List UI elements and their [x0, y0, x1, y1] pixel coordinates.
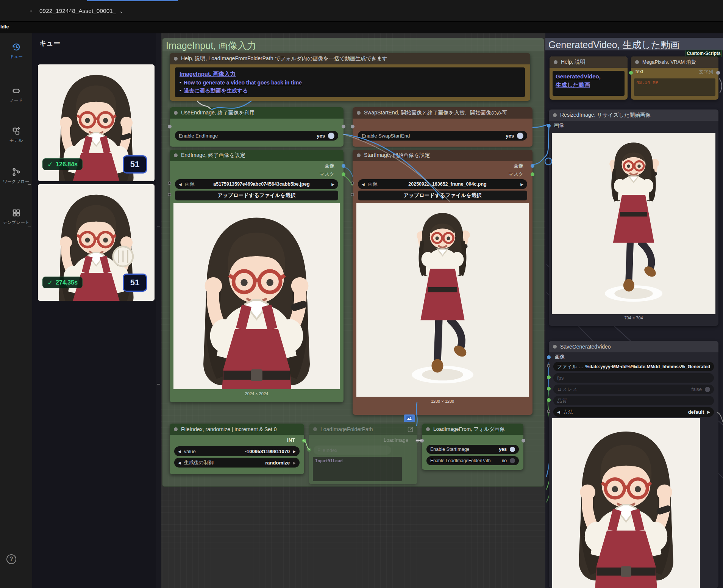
widget-input-port[interactable] — [351, 181, 354, 185]
lossless-input-port[interactable] — [547, 387, 551, 391]
arrow-left-icon[interactable]: ◀ — [362, 182, 365, 186]
folder-path-textarea[interactable]: Input91Load — [313, 457, 402, 481]
collapse-dot-icon[interactable] — [174, 153, 178, 157]
collapse-dot-icon[interactable] — [426, 427, 430, 431]
image-input-port[interactable] — [547, 124, 551, 128]
node-load-image-folder-path-header[interactable]: LoadImageFolderPath — [309, 424, 417, 435]
group-generated-video-titlebar[interactable]: GeneratedVideo, 生成した動画 — [545, 38, 723, 50]
arrow-left-icon[interactable]: ◀ — [179, 182, 182, 186]
help-link-video-back-jp[interactable]: 過去に遡る動画を生成する — [184, 88, 248, 94]
node-start-image-header[interactable]: StartImage, 開始画像を設定 — [353, 150, 532, 161]
expand-icon[interactable] — [408, 427, 413, 432]
text-input-port[interactable] — [629, 71, 633, 75]
toggle-enable-swapstartend[interactable]: Enable SwapStartEnd yes — [358, 131, 527, 141]
collapse-dot-icon[interactable] — [174, 57, 178, 61]
widget-input-port[interactable] — [351, 193, 354, 196]
panel-splitter[interactable] — [156, 33, 161, 588]
arrow-left-icon[interactable]: ◀ — [557, 410, 560, 414]
logo-menu-chevron-icon[interactable]: ⌄ — [29, 7, 33, 13]
output-port[interactable] — [342, 125, 345, 128]
node-load-image-folder-path[interactable]: LoadImageFolderPath LoadImage FileIndex … — [309, 424, 417, 484]
image-file-combo[interactable]: ◀ 画像 20250922_163652_frame_004c.png ▶ — [358, 179, 527, 189]
arrow-right-icon[interactable]: ▶ — [293, 461, 296, 465]
toggle-knob[interactable] — [705, 387, 710, 392]
node-help-imageinput[interactable]: Help, 説明, LoadImageFromFolderPath でフォルダ内… — [170, 53, 530, 101]
node-file-index-header[interactable]: FileIndex, randomize | increment & Set 0 — [170, 424, 304, 435]
arrow-right-icon[interactable]: ▶ — [520, 182, 523, 186]
fileindex-input-port[interactable] — [307, 448, 311, 452]
resize-handle[interactable] — [28, 227, 31, 227]
sidebar-item-queue[interactable]: キュー — [0, 42, 32, 59]
mask-output-port[interactable] — [342, 172, 345, 176]
node-megapixels[interactable]: MegaPixels, VRAM 消費 text 文字列 48.14 MP — [631, 56, 718, 100]
control-after-generate-combo[interactable]: ◀ 生成後の制御 randomize ▶ — [174, 458, 300, 468]
workflow-title-dropdown[interactable]: 0922_192448_Asset_00001_ ⌄ — [39, 0, 123, 22]
arrow-right-icon[interactable]: ▶ — [707, 410, 710, 414]
output-port[interactable] — [522, 439, 525, 443]
help-link-video-back[interactable]: How to generate a video that goes back i… — [184, 80, 302, 86]
sidebar-item-nodes[interactable]: ノード — [0, 86, 32, 103]
node-swap-start-end-header[interactable]: SwapStartEnd, 開始画像と終了画像を入替、開始画像のみ可 — [353, 107, 532, 119]
string-output-port[interactable] — [716, 71, 720, 75]
node-help-imageinput-header[interactable]: Help, 説明, LoadImageFromFolderPath でフォルダ内… — [170, 53, 530, 64]
node-start-image[interactable]: StartImage, 開始画像を設定 画像 マスク ◀ 画像 20250922… — [353, 150, 532, 415]
quality-widget[interactable]: 品質 — [553, 396, 714, 405]
arrow-right-icon[interactable]: ▶ — [293, 449, 296, 454]
mask-output-port[interactable] — [531, 172, 534, 176]
upload-file-button[interactable]: アップロードするファイルを選択 — [358, 191, 527, 200]
widget-input-port[interactable] — [168, 181, 171, 185]
node-resized-image[interactable]: ResizedImage: リサイズした開始画像 画像 704 × 704 — [549, 109, 718, 326]
widget-input-port[interactable] — [547, 410, 550, 413]
toggle-enable-loadimagefolderpath[interactable]: Enable LoadImageFolderPath no — [426, 456, 519, 465]
node-end-image[interactable]: EndImage, 終了画像を設定 画像 マスク ◀ 画像 a517591359… — [170, 150, 344, 402]
method-combo[interactable]: ◀ 方法 default ▶ — [553, 407, 714, 417]
image-badge-icon[interactable] — [404, 414, 415, 422]
image-output-port[interactable] — [342, 164, 345, 168]
input-port[interactable] — [420, 439, 424, 443]
arrow-right-icon[interactable]: ▶ — [331, 182, 334, 186]
node-megapixels-header[interactable]: MegaPixels, VRAM 消費 — [631, 56, 718, 68]
help-link-generatedvideo[interactable]: GeneratedVideo, — [556, 73, 601, 80]
loadimage-output-port[interactable] — [415, 439, 419, 443]
node-load-image-from-header[interactable]: LoadImageFrom, フォルダ画像 — [422, 424, 523, 435]
node-end-image-header[interactable]: EndImage, 終了画像を設定 — [170, 150, 344, 161]
help-link-generatedvideo-jp[interactable]: 生成した動画 — [556, 81, 590, 88]
image-input-port[interactable] — [547, 355, 551, 359]
fps-widget[interactable]: fps — [553, 373, 714, 383]
image-output-port[interactable] — [531, 164, 534, 168]
node-use-end-image[interactable]: UseEndImage, 終了画像を利用 Enable EndImage yes — [170, 107, 344, 147]
fileindex-input-slot[interactable]: FileIndex — [314, 446, 391, 455]
node-swap-start-end[interactable]: SwapStartEnd, 開始画像と終了画像を入替、開始画像のみ可 Enabl… — [353, 107, 532, 147]
splitter-handle[interactable] — [157, 384, 160, 385]
toggle-knob[interactable] — [328, 133, 334, 139]
collapse-dot-icon[interactable] — [635, 60, 639, 64]
resize-handle[interactable] — [28, 184, 31, 185]
lossless-toggle[interactable]: ロスレス false — [553, 385, 714, 394]
toggle-knob[interactable] — [517, 133, 523, 139]
collapse-dot-icon[interactable] — [357, 153, 361, 157]
splitter-handle[interactable] — [157, 227, 160, 227]
collapse-dot-icon[interactable] — [174, 111, 178, 115]
node-save-generated-video[interactable]: SaveGeneratedVideo 画像 ファイル … %date:yyyy-… — [549, 341, 718, 588]
group-image-input-titlebar[interactable]: ImageInput, 画像入力 — [162, 38, 544, 51]
upload-file-button[interactable]: アップロードするファイルを選択 — [175, 191, 338, 200]
node-help-generated-video[interactable]: Help, 説明 GeneratedVideo, 生成した動画 — [550, 56, 628, 100]
collapse-dot-icon[interactable] — [174, 427, 178, 431]
toggle-enable-endimage[interactable]: Enable EndImage yes — [175, 131, 338, 141]
sidebar-item-workflows[interactable]: ワークフロー — [0, 167, 32, 185]
help-link-imageinput[interactable]: ImageInput, 画像入力 — [180, 70, 236, 77]
collapse-dot-icon[interactable] — [313, 427, 317, 431]
fps-input-port[interactable] — [547, 375, 551, 379]
int-output-port[interactable] — [302, 439, 306, 443]
sidebar-item-models[interactable]: モデル — [0, 125, 32, 143]
arrow-left-icon[interactable]: ◀ — [178, 461, 181, 465]
collapse-dot-icon[interactable] — [554, 60, 557, 64]
node-file-index[interactable]: FileIndex, randomize | increment & Set 0… — [170, 424, 304, 474]
collapse-dot-icon[interactable] — [357, 111, 361, 115]
sidebar-item-templates[interactable]: テンプレート — [0, 208, 32, 225]
node-use-end-image-header[interactable]: UseEndImage, 終了画像を利用 — [170, 107, 344, 119]
input-port[interactable] — [168, 125, 172, 128]
toggle-knob[interactable] — [510, 458, 515, 463]
widget-input-port[interactable] — [168, 193, 171, 196]
widget-input-port[interactable] — [547, 364, 550, 368]
